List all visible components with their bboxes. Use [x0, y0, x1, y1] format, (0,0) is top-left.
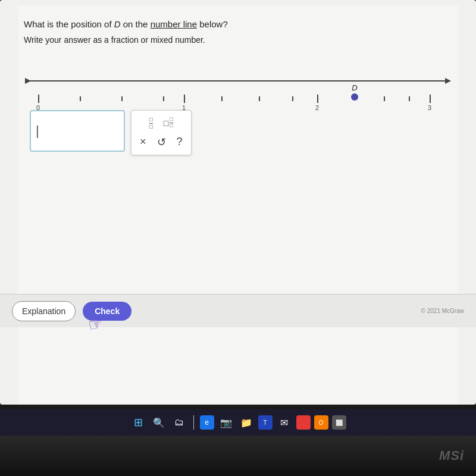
help-icon: ? — [177, 136, 183, 148]
label-d: D — [352, 83, 357, 92]
toolbar-row-1: □ □ □ □ □ — [137, 115, 185, 131]
toolbar-row-2: × ↺ ? — [137, 134, 185, 150]
tick-sm1 — [80, 96, 81, 101]
mixed-number-button[interactable]: □ □ □ — [161, 115, 176, 130]
tick-sm3 — [163, 96, 164, 101]
undo-icon: ↺ — [157, 136, 166, 149]
mixed-number-icon: □ □ □ — [164, 117, 173, 129]
tick-3 — [430, 95, 431, 103]
files-icon[interactable]: 📁 — [238, 414, 255, 431]
teams-icon[interactable]: T — [258, 415, 273, 430]
help-button[interactable]: ? — [174, 134, 185, 149]
fraction-icon: □ □ — [149, 117, 153, 130]
times-icon: × — [140, 136, 146, 148]
bottom-bar: Explanation Check © 2021 McGraw — [0, 294, 476, 327]
tick-label-1: 1 — [182, 104, 186, 111]
tick-sm6 — [292, 96, 293, 101]
tick-1 — [184, 95, 185, 103]
fraction-link[interactable]: fraction — [111, 35, 139, 45]
tick-sm8 — [409, 96, 410, 101]
tick-sm2 — [121, 96, 123, 101]
fraction-button[interactable]: □ □ — [147, 115, 155, 131]
task-view-icon[interactable]: 🗂 — [171, 414, 187, 431]
edge-icon[interactable]: e — [200, 415, 214, 430]
input-cursor: | — [36, 123, 39, 139]
copyright: © 2021 McGraw — [421, 308, 464, 314]
camera-icon[interactable]: 📷 — [218, 414, 234, 431]
math-toolbar: □ □ □ □ □ — [131, 110, 192, 155]
tick-sm5 — [259, 96, 260, 101]
question-line2: Write your answer as a fraction or mixed… — [24, 35, 458, 45]
times-button[interactable]: × — [137, 134, 149, 149]
brand-label: MSi — [439, 448, 464, 464]
app-orange-icon[interactable]: O — [314, 415, 328, 430]
answer-input-box[interactable]: | — [30, 110, 125, 152]
tick-2 — [317, 95, 318, 103]
content-area: What is the position of D on the number … — [18, 6, 458, 405]
bezel: MSi — [0, 436, 476, 476]
point-d — [351, 93, 358, 101]
number-line-container: 0 1 2 D — [30, 62, 446, 98]
undo-button[interactable]: ↺ — [155, 134, 168, 150]
mixed-number-link[interactable]: mixed number — [151, 35, 203, 45]
app-gray-icon[interactable]: ⬜ — [332, 415, 346, 430]
taskbar-divider — [193, 415, 194, 430]
app-red-icon[interactable] — [296, 415, 311, 430]
tick-0 — [38, 95, 39, 103]
tick-label-3: 3 — [428, 104, 431, 111]
number-line: 0 1 2 D — [30, 80, 446, 82]
mail-icon[interactable]: ✉ — [276, 414, 293, 431]
screen: What is the position of D on the number … — [0, 0, 476, 405]
taskbar: ⊞ 🔍 🗂 e 📷 📁 T ✉ O ⬜ — [0, 409, 476, 436]
question-line1: What is the position of D on the number … — [24, 18, 458, 32]
windows-start-icon[interactable]: ⊞ — [130, 414, 147, 431]
search-taskbar-icon[interactable]: 🔍 — [151, 414, 167, 431]
input-section: | □ □ □ — [30, 110, 446, 155]
tick-label-2: 2 — [315, 104, 319, 111]
mixed-fraction-icon: □ □ — [170, 117, 173, 129]
number-line-link[interactable]: number line — [151, 19, 197, 29]
tick-sm4 — [221, 96, 223, 101]
tick-label-0: 0 — [36, 104, 40, 111]
explanation-button[interactable]: Explanation — [12, 301, 76, 321]
tick-sm7 — [384, 96, 385, 101]
